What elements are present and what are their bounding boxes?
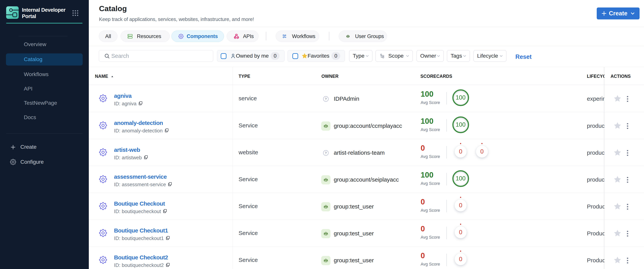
svg-text:?: ?: [325, 97, 327, 101]
svg-text:?: ?: [325, 151, 327, 155]
